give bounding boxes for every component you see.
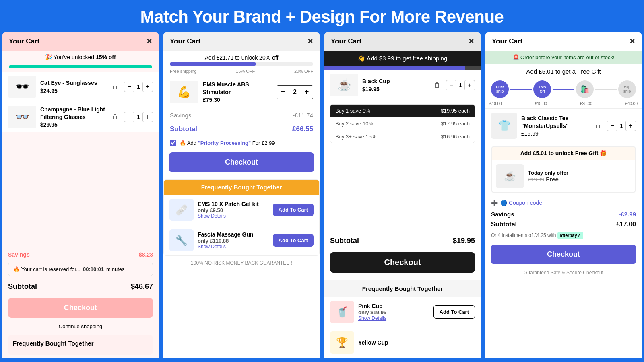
item1-qty-increase[interactable]: + — [142, 82, 153, 92]
gift-free-label: Free — [546, 176, 559, 183]
bulk-price-3: $16.96 each — [441, 134, 470, 140]
panel3-fbt2-name: Yellow Cup — [358, 339, 388, 346]
item1-qty-decrease[interactable]: − — [124, 82, 134, 92]
item1-delete-icon[interactable]: 🗑 — [112, 83, 118, 90]
unlock-bar: 🎉 You've unlocked 15% off — [2, 51, 159, 64]
today-offer-label: Today only offer — [528, 170, 568, 176]
panel2-title: Your Cart — [170, 37, 200, 45]
item2-info: Champagne - Blue Light Filtering Glasses… — [40, 106, 108, 128]
panel2-fbt: Frequently Bought Together 🩹 EMS 10 X Pa… — [163, 179, 320, 256]
panel3-fbt-title: Frequently Bought Together — [324, 280, 481, 297]
panel2-item-name: EMS Muscle ABS Stimulator — [203, 81, 272, 95]
panel1-savings-label: Savings — [8, 251, 30, 258]
item2-qty-increase[interactable]: + — [142, 112, 153, 122]
reserve-timer: 00:10:01 — [83, 266, 104, 272]
panel4-checkout-button[interactable]: Checkout — [491, 245, 636, 264]
step-15off: 15% OFF — [236, 69, 255, 74]
panel4-header: Your Cart ✕ — [485, 32, 642, 51]
panel1-close-button[interactable]: ✕ — [146, 37, 152, 46]
fbt1-details-link[interactable]: Show Details — [198, 213, 259, 219]
milestone-4: Expship — [618, 80, 636, 98]
panel1-checkout-button[interactable]: Checkout — [8, 298, 153, 318]
fbt1-add-to-cart-button[interactable]: Add To Cart — [273, 204, 314, 216]
milestone-label-4: £40.00 — [625, 101, 638, 106]
fbt1-price: only £9.50 — [198, 207, 259, 213]
panel2-item-price: £75.30 — [203, 97, 272, 103]
cart-panel-4: Your Cart ✕ 🚨 Order before your items ar… — [485, 32, 642, 358]
item2-qty-decrease[interactable]: − — [124, 112, 134, 122]
bulk-discount-table: Buy 1 save 0% $19.95 each Buy 2 save 10%… — [330, 104, 475, 143]
item2-image: 👓 — [8, 106, 36, 128]
panel3-cart-item: ☕ Black Cup $19.95 🗑 − 1 + — [324, 70, 481, 100]
panel3-fbt-section: Frequently Bought Together 🥤 Pink Cup on… — [324, 280, 481, 358]
panel3-checkout-button[interactable]: Checkout — [330, 252, 475, 273]
panel2-qty-control: − 2 + — [277, 85, 313, 99]
panel4-item-img: 👕 — [491, 113, 517, 139]
milestone-1: Freeship — [491, 80, 509, 98]
panel4-close-button[interactable]: ✕ — [629, 37, 635, 46]
free-gift-unlock-section: Add £5.01 to unlock Free Gift 🎁 ☕ Today … — [491, 146, 636, 193]
panel2-subtotal-value: £66.55 — [292, 125, 313, 133]
free-gift-img: ☕ — [496, 164, 524, 188]
panel3-progress-track — [324, 66, 481, 70]
panel2-close-button[interactable]: ✕ — [307, 37, 313, 46]
panel1-fbt-section: Frequently Bought Together — [8, 335, 153, 355]
cart-panel-1: Your Cart ✕ 🎉 You've unlocked 15% off 🕶️… — [2, 32, 159, 358]
priority-checkbox[interactable] — [170, 140, 176, 146]
guarantee-text: 100% NO-RISK MONEY BACK GUARANTEE ! — [163, 256, 320, 270]
milestone-track: Freeship 15%Off 🛍️ Expship — [485, 77, 642, 101]
coupon-row[interactable]: ➕ 🔵 Coupon code — [485, 196, 642, 209]
step-20off: 20% OFF — [294, 69, 313, 74]
panel3-subtotal-label: Subtotal — [330, 237, 359, 245]
panel2-shipping-goal: Add £21.71 to unlock 20% off — [163, 51, 320, 62]
panel3-header: Your Cart ✕ — [324, 32, 481, 51]
unlock-text: 🎉 You've unlocked — [45, 54, 96, 60]
panel2-savings-label: Savings — [170, 112, 191, 119]
panel3-free-ship-bar: 👋 Add $3.99 to get free shipping — [324, 51, 481, 66]
panel3-qty-increase[interactable]: + — [464, 80, 475, 90]
panel1-continue-link[interactable]: Continue shopping — [2, 321, 159, 332]
panel4-qty-increase[interactable]: + — [625, 121, 636, 131]
priority-link[interactable]: "Priority Processing" — [198, 140, 251, 146]
panel3-fbt1-add-button[interactable]: Add To Cart — [433, 305, 475, 319]
milestone-label-3: £25.00 — [580, 101, 592, 106]
panel3-fbt2-info: Yellow Cup — [358, 339, 388, 346]
bulk-row-3[interactable]: Buy 3+ save 15% $16.96 each — [330, 130, 475, 143]
bulk-price-2: $17.95 each — [441, 121, 470, 127]
panel2-qty-increase[interactable]: + — [301, 86, 313, 99]
panel2-qty-decrease[interactable]: − — [277, 86, 289, 99]
panel3-item-info: Black Cup $19.95 — [362, 78, 430, 92]
panel2-item-image: 💪 — [170, 81, 198, 103]
panel1-savings-row: Savings -$8.23 — [2, 249, 159, 260]
panel3-close-button[interactable]: ✕ — [468, 37, 474, 46]
panel2-progress-fill — [170, 62, 256, 66]
step-free-shipping: Free shipping — [170, 69, 197, 74]
panel3-qty-decrease[interactable]: − — [446, 80, 456, 90]
panel3-delete-icon[interactable]: 🗑 — [434, 82, 440, 89]
panel2-checkout-button[interactable]: Checkout — [169, 152, 314, 172]
panel2-subtotal-row: Subtotal £66.55 — [163, 122, 320, 136]
free-gift-unlock-header: Add £5.01 to unlock Free Gift 🎁 — [492, 147, 635, 160]
unlock-pct: 15% off — [96, 54, 116, 60]
bulk-label-3: Buy 3+ save 15% — [335, 134, 376, 140]
item2-delete-icon[interactable]: 🗑 — [112, 113, 118, 121]
header: Match Your Brand + Design For More Reven… — [0, 0, 644, 32]
fbt2-details-link[interactable]: Show Details — [198, 244, 254, 249]
panel3-subtotal-row: Subtotal $19.95 — [324, 232, 481, 249]
panel4-qty-decrease[interactable]: − — [607, 121, 617, 131]
bulk-row-1[interactable]: Buy 1 save 0% $19.95 each — [330, 105, 475, 117]
panel3-qty-value: 1 — [459, 82, 462, 88]
panel3-fbt-item-1: 🥤 Pink Cup only $19.95 Show Details Add … — [324, 297, 481, 327]
bulk-row-2[interactable]: Buy 2 save 10% $17.95 each — [330, 117, 475, 130]
panel2-cart-item: 💪 EMS Muscle ABS Stimulator £75.30 − 2 + — [163, 75, 320, 109]
free-gift-body: ☕ Today only offer £19.99 Free — [492, 160, 635, 192]
panel3-fbt1-price: only $19.95 — [358, 309, 386, 315]
panel2-savings-value: -£11.74 — [293, 112, 313, 119]
panel3-fbt1-link[interactable]: Show Details — [358, 315, 386, 321]
fbt2-add-to-cart-button[interactable]: Add To Cart — [273, 234, 314, 247]
panel4-delete-icon[interactable]: 🗑 — [595, 122, 601, 130]
coupon-icon: ➕ — [491, 200, 498, 206]
milestone-label-2: £15.00 — [535, 101, 547, 106]
milestone-2: 15%Off — [533, 80, 551, 98]
panel2-fbt-header: Frequently Bought Together — [164, 180, 319, 195]
